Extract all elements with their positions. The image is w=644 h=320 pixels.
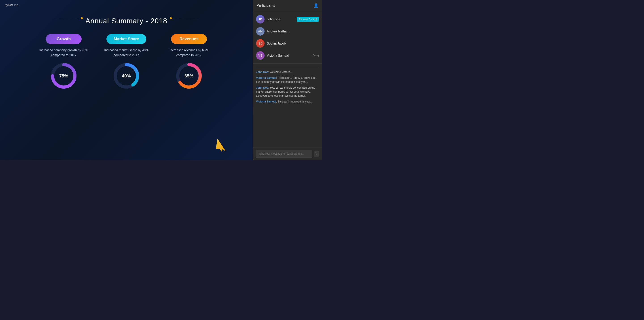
participant-info-andrew: Andrew Nathan [267, 30, 319, 33]
growth-percent: 75% [59, 73, 68, 78]
chat-text-4: Sure we'll improve this year.. [278, 100, 312, 103]
title-line-left [52, 18, 78, 18]
participant-info-victoria: Victoria Samual [267, 54, 310, 57]
participants-list: JD John Doe Request Control AN Andrew Na… [253, 12, 322, 64]
growth-description: Increased company growth by 75% compared… [39, 48, 88, 58]
slide-title-container: Annual Summary - 2018 [52, 5, 201, 32]
participant-name-andrew: Andrew Nathan [267, 30, 319, 33]
revenues-description: Increased revenues by 65% compared to 20… [164, 48, 214, 58]
chat-divider [256, 67, 319, 67]
participant-info-john: John Doe [267, 18, 294, 21]
arrow-indicator [215, 139, 230, 153]
chat-message-4: Victoria Samual: Sure we'll improve this… [256, 100, 319, 104]
market-share-badge: Market Share [106, 34, 146, 44]
participant-sophia-jacob: SJ Sophia Jacob [253, 37, 322, 50]
market-share-percent: 40% [122, 73, 131, 78]
growth-card: Growth Increased company growth by 75% c… [39, 34, 88, 90]
you-badge: (You) [312, 54, 319, 57]
slide-title: Annual Summary - 2018 [86, 17, 167, 25]
participant-info-sophia: Sophia Jacob [267, 42, 319, 45]
chat-message-2: Victoria Samual: Hello John.. Happy to k… [256, 76, 319, 84]
chat-area: John Doe: Welcome Victoria.. Victoria Sa… [253, 64, 322, 147]
chat-text-1: Welcome Victoria.. [270, 71, 292, 74]
chat-message-3: John Doe: Yes, but we should concentrate… [256, 86, 319, 98]
participant-john-doe: JD John Doe Request Control [253, 13, 322, 25]
cards-row: Growth Increased company growth by 75% c… [9, 34, 244, 90]
chat-message-1: John Doe: Welcome Victoria.. [256, 70, 319, 74]
participant-name-john: John Doe [267, 18, 294, 21]
main-presentation-area: Zylker Inc. Annual Summary - 2018 Growth… [0, 0, 253, 160]
sidebar: Participants 👤 JD John Doe Request Contr… [253, 0, 322, 160]
avatar-victoria-samual: VS [256, 51, 264, 60]
growth-badge: Growth [46, 34, 82, 44]
people-icon: 👤 [314, 3, 318, 8]
request-control-button[interactable]: Request Control [297, 17, 319, 22]
chat-sender-john-1: John Doe [256, 71, 268, 74]
revenues-badge: Revenues [171, 34, 207, 44]
revenues-percent: 65% [184, 73, 194, 78]
market-share-card: Market Share Increased market share by 4… [102, 34, 151, 90]
title-line-right [174, 18, 201, 18]
revenues-donut: 65% [174, 61, 204, 90]
chat-sender-john-2: John Doe [256, 86, 268, 89]
avatar-john-doe: JD [256, 15, 264, 24]
participants-title: Participants [256, 4, 275, 8]
send-button[interactable]: » [314, 151, 319, 157]
revenues-card: Revenues Increased revenues by 65% compa… [164, 34, 214, 90]
title-diamond-left [80, 17, 83, 19]
chat-input[interactable] [256, 150, 312, 158]
participant-name-sophia: Sophia Jacob [267, 42, 319, 45]
chat-sender-victoria-2: Victoria Samual [256, 100, 276, 103]
arrow-svg [215, 139, 230, 152]
growth-donut: 75% [49, 61, 78, 90]
participant-victoria-samual: VS Victoria Samual (You) [253, 50, 322, 62]
market-share-description: Increased market share by 40% compared t… [102, 48, 151, 58]
participant-andrew-nathan: AN Andrew Nathan [253, 25, 322, 37]
participant-name-victoria: Victoria Samual [267, 54, 310, 57]
avatar-andrew-nathan: AN [256, 27, 264, 36]
chat-input-area: » [253, 147, 322, 160]
sidebar-header: Participants 👤 [253, 0, 322, 12]
avatar-sophia-jacob: SJ [256, 39, 264, 48]
app-title: Zylker Inc. [4, 3, 19, 7]
chat-sender-victoria-1: Victoria Samual [256, 76, 276, 80]
title-diamond-right [170, 17, 172, 19]
market-share-donut: 40% [112, 61, 141, 90]
